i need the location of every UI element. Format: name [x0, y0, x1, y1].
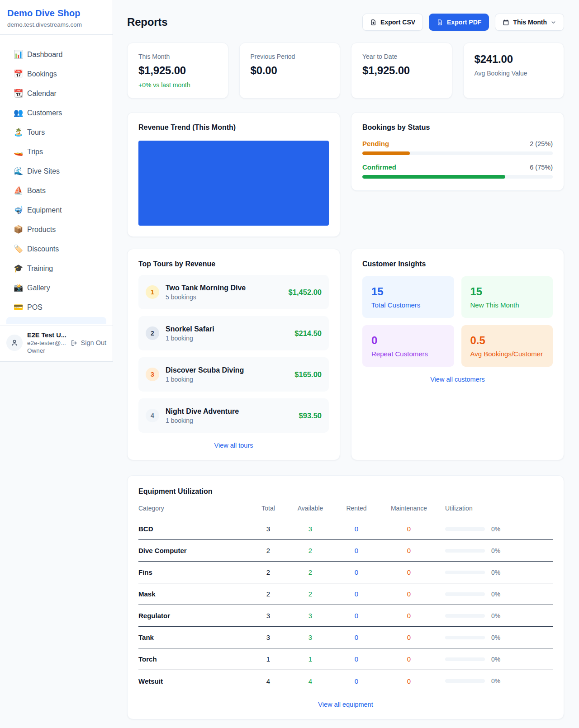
sidebar-item-boats[interactable]: ⛵ Boats: [0, 181, 113, 200]
equipment-rented: 0: [335, 612, 378, 619]
file-download-icon: [437, 19, 443, 26]
utilization-bar: [445, 679, 485, 683]
sidebar-nav: 📊 Dashboard 📅 Bookings 📆 Calendar 👥 Cust…: [0, 35, 113, 326]
status-row-pending: Pending 2 (25%): [362, 140, 553, 155]
equipment-utilization-title: Equipment Utilization: [138, 487, 553, 496]
equipment-maintenance: 0: [378, 612, 440, 619]
table-row: Fins 2 2 0 0 0%: [138, 562, 553, 583]
equipment-icon: 🤿: [14, 206, 27, 214]
sidebar-item-label: Boats: [27, 187, 46, 195]
sidebar-item-equipment[interactable]: 🤿 Equipment: [0, 200, 113, 220]
equipment-total: 2: [251, 547, 286, 554]
stat-card-this-month: This Month $1,925.00 +0% vs last month: [127, 43, 228, 99]
chevron-down-icon: [551, 19, 556, 25]
equipment-rented: 0: [335, 655, 378, 663]
insights-row: Top Tours by Revenue 1 Two Tank Morning …: [127, 249, 564, 460]
insight-value: 0.5: [470, 334, 544, 347]
equipment-total: 3: [251, 612, 286, 619]
equipment-available: 3: [286, 612, 335, 619]
stat-label: This Month: [138, 53, 217, 60]
user-email: e2e-tester@...: [27, 340, 66, 346]
equipment-total: 3: [251, 525, 286, 533]
utilization-bar: [445, 527, 485, 531]
insight-label: Repeat Customers: [371, 350, 445, 358]
header-actions: Export CSV Export PDF This Month: [362, 14, 564, 31]
stat-label: Year to Date: [362, 53, 441, 60]
rank-badge: 4: [146, 409, 159, 422]
table-row: BCD 3 3 0 0 0%: [138, 518, 553, 540]
equipment-maintenance: 0: [378, 525, 440, 533]
equipment-available: 2: [286, 547, 335, 554]
sidebar-item-label: Customers: [27, 109, 62, 117]
utilization-pct: 0%: [491, 612, 500, 619]
stats-row: This Month $1,925.00 +0% vs last month P…: [127, 43, 564, 99]
view-all-customers-link[interactable]: View all customers: [362, 376, 553, 383]
sidebar-item-label: Discounts: [27, 245, 59, 253]
sidebar-item-discounts[interactable]: 🏷️ Discounts: [0, 239, 113, 259]
bookings-by-status-card: Bookings by Status Pending 2 (25%) Confi…: [351, 112, 564, 191]
tour-row: 3 Discover Scuba Diving 1 booking $165.0…: [138, 357, 329, 392]
customer-insights-card: Customer Insights 15 Total Customers 15 …: [351, 249, 564, 460]
sidebar-item-gallery[interactable]: 📸 Gallery: [0, 278, 113, 298]
tour-amount: $214.50: [294, 329, 322, 338]
avatar: [6, 335, 23, 351]
view-all-equipment-link[interactable]: View all equipment: [138, 701, 553, 708]
sidebar-item-trips[interactable]: 🚤 Trips: [0, 142, 113, 161]
equipment-available: 2: [286, 590, 335, 598]
tour-row: 1 Two Tank Morning Dive 5 bookings $1,45…: [138, 275, 329, 309]
utilization-bar: [445, 571, 485, 574]
sidebar-item-products[interactable]: 📦 Products: [0, 220, 113, 239]
stat-delta: +0% vs last month: [138, 81, 217, 89]
equipment-table: Category Total Available Rented Maintena…: [138, 505, 553, 692]
tour-amount: $165.00: [294, 370, 322, 379]
calendar-icon: [503, 19, 509, 26]
rank-badge: 1: [146, 285, 159, 299]
status-row-confirmed: Confirmed 6 (75%): [362, 163, 553, 179]
equipment-rented: 0: [335, 568, 378, 576]
sidebar-item-customers[interactable]: 👥 Customers: [0, 103, 113, 123]
stat-card-year-to-date: Year to Date $1,925.00: [351, 43, 452, 99]
insight-value: 15: [470, 285, 544, 298]
rank-badge: 2: [146, 326, 159, 340]
column-header-rented: Rented: [335, 505, 378, 512]
sign-out-button[interactable]: Sign Out: [71, 339, 106, 347]
sidebar: Demo Dive Shop demo.test.divestreams.com…: [0, 0, 113, 362]
period-dropdown[interactable]: This Month: [495, 14, 564, 31]
utilization-pct: 0%: [491, 634, 500, 641]
user-footer: E2E Test U... e2e-tester@... Owner Sign …: [0, 326, 113, 361]
equipment-available: 1: [286, 655, 335, 663]
sidebar-item-pos[interactable]: 💳 POS: [0, 298, 113, 317]
revenue-trend-card: Revenue Trend (This Month): [127, 112, 340, 237]
sidebar-item-dive-sites[interactable]: 🌊 Dive Sites: [0, 161, 113, 181]
view-all-tours-link[interactable]: View all tours: [138, 442, 329, 449]
column-header-total: Total: [251, 505, 286, 512]
stat-label: Previous Period: [251, 53, 329, 60]
export-pdf-button[interactable]: Export PDF: [429, 14, 489, 31]
column-header-utilization: Utilization: [440, 505, 553, 512]
sidebar-header: Demo Dive Shop demo.test.divestreams.com: [0, 0, 113, 35]
user-meta: E2E Test U... e2e-tester@... Owner: [27, 331, 66, 354]
sidebar-item-tours[interactable]: 🏝️ Tours: [0, 123, 113, 142]
tours-icon: 🏝️: [14, 128, 27, 136]
sidebar-item-label: Products: [27, 226, 56, 234]
utilization-pct: 0%: [491, 591, 500, 598]
export-csv-button[interactable]: Export CSV: [362, 14, 423, 31]
sidebar-item-bookings[interactable]: 📅 Bookings: [0, 64, 113, 84]
user-name: E2E Test U...: [27, 331, 66, 339]
sidebar-item-dashboard[interactable]: 📊 Dashboard: [0, 45, 113, 64]
equipment-rented: 0: [335, 525, 378, 533]
utilization-pct: 0%: [491, 677, 500, 685]
utilization-bar: [445, 592, 485, 596]
sidebar-item-training[interactable]: 🎓 Training: [0, 259, 113, 278]
shop-name: Demo Dive Shop: [7, 8, 105, 19]
sidebar-item-label: Dashboard: [27, 51, 62, 59]
tour-bookings: 1 booking: [166, 417, 293, 424]
top-tours-card: Top Tours by Revenue 1 Two Tank Morning …: [127, 249, 340, 460]
table-row: Mask 2 2 0 0 0%: [138, 583, 553, 605]
status-name: Pending: [362, 140, 389, 147]
tour-bookings: 5 bookings: [166, 293, 282, 301]
sidebar-item-calendar[interactable]: 📆 Calendar: [0, 84, 113, 103]
sidebar-item-active-partial[interactable]: [6, 317, 106, 324]
equipment-maintenance: 0: [378, 633, 440, 641]
insights-grid: 15 Total Customers 15 New This Month 0 R…: [362, 276, 553, 367]
